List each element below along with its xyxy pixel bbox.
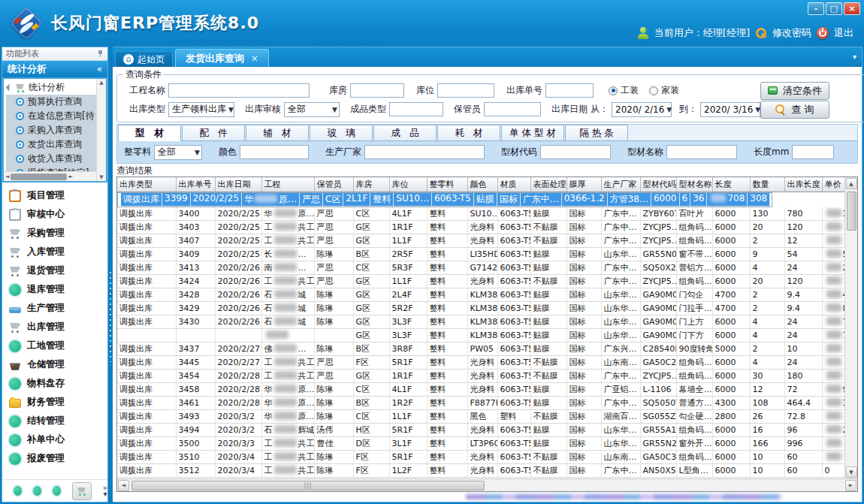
table-row[interactable]: 调拨出库34032020/2/25工共工程严思G区1R1F整料光身料6063-T…	[117, 221, 844, 234]
close-button[interactable]: ×	[844, 2, 860, 15]
order-no-input[interactable]	[545, 83, 594, 98]
tab-shipment-query[interactable]: 发货出库查询 ×	[175, 49, 269, 67]
tree-horizontal-scrollbar[interactable]: ◄►	[4, 171, 96, 181]
column-header-6[interactable]: 库位	[389, 177, 427, 192]
column-header-15[interactable]: 长度	[712, 177, 750, 192]
material-tab-4[interactable]: 成 品	[373, 125, 437, 140]
tree-item-1[interactable]: 在途信息查询[待	[6, 109, 96, 123]
length-input[interactable]	[792, 145, 834, 159]
pin-icon[interactable]	[97, 50, 104, 57]
product-type-input[interactable]	[389, 102, 443, 116]
sidebar-item-4[interactable]: 退货管理	[9, 261, 107, 280]
column-header-13[interactable]: 型材代码	[640, 177, 676, 192]
scroll-up-icon[interactable]: ▲	[99, 80, 103, 86]
column-header-5[interactable]: 库房	[353, 177, 389, 192]
sidebar-item-6[interactable]: 生产管理	[9, 299, 107, 318]
table-row[interactable]: 调拨出库34072020/2/25工共工程严思G区1L1F整料光身料6063-T…	[117, 234, 844, 248]
keeper-input[interactable]	[484, 102, 541, 116]
minimize-button[interactable]: -	[808, 2, 824, 15]
tree-item-3[interactable]: 发货出库查询	[6, 137, 96, 152]
clear-conditions-button[interactable]: 清空条件	[760, 82, 829, 100]
audit-select[interactable]: 全部▼	[284, 102, 340, 117]
search-button[interactable]: 查 询	[760, 101, 829, 119]
tab-home[interactable]: ⌂ 起始页	[115, 51, 173, 67]
manufacturer-input[interactable]	[364, 145, 485, 159]
table-row[interactable]: 调拨出库34092020/2/25长…陈琳B区2R5F整料LI35HD6063-…	[117, 248, 844, 261]
table-row[interactable]: 调拨出库35122020/3/4工共工程陈琳F区1L2F整料光身料6063-T5…	[117, 464, 844, 478]
material-tab-7[interactable]: 隔 热 条	[565, 125, 628, 140]
sidebar-item-11[interactable]: 财务管理	[9, 393, 107, 412]
dot-icon[interactable]	[53, 486, 61, 496]
tree-item-5[interactable]: 退货查询[待定]	[6, 166, 96, 171]
table-row[interactable]: 调拨出库33992020/2/25华原…严思C区2L1F整料SU10…6063-…	[117, 192, 772, 207]
table-row[interactable]: 调拨出库34452020/2/27工共工程严思F区5R1F整料光身料6063-T…	[117, 356, 844, 370]
sidebar-item-5[interactable]: 退库管理	[9, 280, 107, 299]
material-tab-2[interactable]: 辅 材	[246, 125, 309, 140]
table-row[interactable]: 调拨出库35102020/3/4工共工程陈琳F区5R1F整料光身料6063-T5…	[117, 451, 844, 464]
column-header-10[interactable]: 表面处理	[530, 177, 566, 192]
scroll-up-icon[interactable]: ▲	[846, 178, 857, 189]
table-row[interactable]: 调拨出库34582020/2/28华原…陈琳C区4L1F整料光身料6063-T5…	[117, 383, 844, 397]
sidebar-item-3[interactable]: 入库管理	[9, 243, 107, 261]
tree-item-0[interactable]: 预算执行查询	[6, 95, 96, 109]
column-header-9[interactable]: 材质	[497, 177, 530, 192]
tree-item-2[interactable]: 采购入库查询	[6, 123, 96, 137]
more-buttons-chevron[interactable]: »▾	[103, 485, 107, 497]
sidebar-item-2[interactable]: 采购管理	[9, 224, 107, 243]
table-row[interactable]: 调拨出库34942020/3/2石辉城汤伟H区5R1F整料光身料6063-T5贴…	[117, 424, 844, 437]
grid-horizontal-scrollbar[interactable]: ◄ ||| ►	[117, 478, 857, 491]
column-header-3[interactable]: 工程	[261, 177, 314, 192]
tree-item-4[interactable]: 收货入库查询	[6, 152, 96, 166]
column-header-14[interactable]: 型材名称	[676, 177, 712, 192]
sidebar-item-8[interactable]: 工地管理	[9, 337, 107, 355]
sidebar-item-12[interactable]: 结转管理	[9, 412, 107, 430]
expander-icon[interactable]	[6, 84, 14, 92]
table-row[interactable]: 调拨出库34292020/2/26石城陈琳G区5R2F整料KLM38176063…	[117, 302, 844, 315]
sidebar-item-9[interactable]: 仓储管理	[9, 355, 107, 374]
column-header-11[interactable]: 膜厚	[566, 177, 601, 192]
scrollbar-thumb[interactable]: |||	[131, 481, 485, 490]
radio-option-1[interactable]: 家装	[649, 84, 679, 97]
material-tab-1[interactable]: 配 件	[182, 125, 245, 140]
sidebar-item-13[interactable]: 补单中心	[9, 430, 107, 449]
sidebar-item-1[interactable]: 审核中心	[9, 205, 107, 224]
column-header-18[interactable]: 单价	[822, 177, 844, 192]
scrollbar-thumb[interactable]	[11, 174, 67, 180]
table-row[interactable]: 调拨出库34932020/3/2华原…陈琳C区1L1F整料黑色塑料不贴膜国标湖南…	[117, 410, 844, 424]
out-type-select[interactable]: 生产领料出库▼	[168, 102, 234, 117]
logout-link[interactable]: 退出	[834, 26, 853, 40]
tree-root[interactable]: 统计分析	[6, 80, 96, 95]
tab-dropdown-icon[interactable]: ▾	[853, 53, 856, 61]
sidebar-item-0[interactable]: 项目管理	[9, 186, 107, 205]
collapse-icon[interactable]: «	[97, 64, 102, 74]
column-header-2[interactable]: 出库日期	[215, 177, 261, 192]
table-row[interactable]: 调拨出库34132020/2/26南…严思C区5R3F整料G714226063-…	[117, 261, 844, 275]
column-header-4[interactable]: 保管员	[314, 177, 353, 192]
material-tab-5[interactable]: 耗 材	[437, 125, 500, 140]
column-header-12[interactable]: 生产厂家	[601, 177, 640, 192]
dot-icon[interactable]	[33, 486, 41, 496]
sidebar-section-header[interactable]: 统计分析 «	[2, 61, 107, 77]
profile-name-input[interactable]	[666, 145, 737, 159]
column-header-16[interactable]: 数量	[750, 177, 784, 192]
date-from-select[interactable]: 2020/ 2/16▼	[612, 102, 672, 117]
table-row[interactable]: 调拨出库34002020/2/25华原…严思C区4L1F整料SU10…6063-…	[117, 207, 844, 221]
column-header-7[interactable]: 整零料	[427, 177, 467, 192]
grid-vertical-scrollbar[interactable]: ▲ ▼	[844, 177, 857, 478]
table-row[interactable]: G区3L3F整料KLM38176063-T5贴膜国标山东华…GA90M09.门下…	[117, 329, 844, 343]
change-password-link[interactable]: 修改密码	[772, 26, 811, 40]
scroll-right-icon[interactable]: ►	[68, 174, 72, 180]
dot-icon[interactable]	[14, 486, 22, 496]
profile-code-input[interactable]	[540, 145, 611, 159]
scroll-down-icon[interactable]: ▼	[99, 174, 103, 180]
location-input[interactable]	[437, 83, 494, 98]
sidebar-item-7[interactable]: 出库管理	[9, 318, 107, 337]
whole-part-select[interactable]: 全部▼	[154, 145, 202, 160]
table-row[interactable]: 调拨出库34282020/2/26石城陈琳G区2L4F整料KLM38176063…	[117, 288, 844, 302]
column-header-17[interactable]: 出库长度	[784, 177, 822, 192]
table-row[interactable]: 调拨出库34242020/2/26工共工程严思G区1L1F整料光身料6063-T…	[117, 275, 844, 288]
scrollbar-thumb[interactable]	[847, 192, 856, 231]
project-name-input[interactable]	[168, 83, 310, 98]
material-tab-3[interactable]: 玻 璃	[310, 125, 373, 140]
table-row[interactable]: 调拨出库34302020/2/26石城陈琳G区3L3F整料KLM38176063…	[117, 315, 844, 329]
